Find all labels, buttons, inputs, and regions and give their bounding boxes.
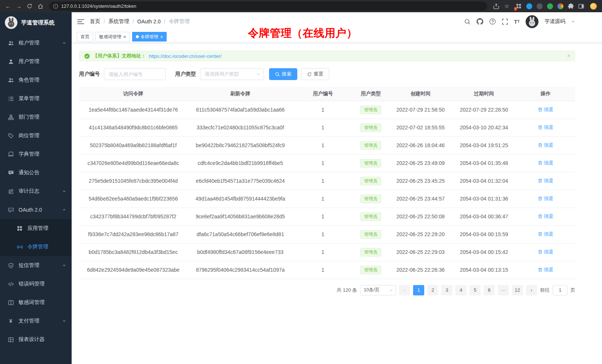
force-logout-button[interactable]: 强退 [538, 106, 553, 113]
force-logout-label: 强退 [544, 231, 553, 238]
user-menu-caret-icon[interactable] [571, 20, 575, 23]
user-type-select[interactable]: 请选择用户类型 [200, 68, 264, 80]
reset-button[interactable]: 重置 [301, 68, 329, 80]
search-icon[interactable] [464, 19, 471, 25]
breadcrumb-item[interactable]: 首页 [90, 18, 100, 25]
action-cell: 强退 [516, 243, 575, 261]
back-icon[interactable]: ← [3, 1, 13, 11]
user-id-label: 用户编号 [79, 71, 100, 77]
alert-link[interactable]: https://doc.iocoder.cn/user-center/ [149, 53, 222, 59]
force-logout-button[interactable]: 强退 [538, 249, 553, 255]
user-avatar[interactable] [526, 15, 539, 28]
sidebar-item-pay[interactable]: ¥支付管理 [0, 312, 72, 330]
extension-icon-2[interactable] [526, 3, 532, 9]
prev-page-button[interactable]: ‹ [399, 285, 410, 295]
help-icon[interactable] [489, 18, 496, 25]
expire-time-cell: 2054-03-04 00:36:47 [452, 208, 516, 225]
sidebar-item-label: 应用管理 [27, 225, 48, 232]
user-type-cell: 管理员 [353, 154, 389, 172]
page-button-12[interactable]: 12 [512, 285, 523, 295]
page-button-6[interactable]: 6 [484, 285, 495, 295]
sidebar-item-role[interactable]: 角色管理 [0, 71, 72, 89]
next-page-button[interactable]: › [526, 285, 537, 295]
tab-close-icon[interactable]: × [123, 34, 126, 39]
bookmark-star-icon[interactable]: ☆ [502, 1, 512, 11]
browser-profile-avatar[interactable] [590, 3, 597, 10]
column-header: 用户编号 [293, 87, 353, 101]
force-logout-button[interactable]: 强退 [538, 160, 553, 166]
sidebar-item-user[interactable]: 用户管理 [0, 52, 72, 71]
page-button-1[interactable]: 1 [413, 285, 424, 295]
tab-label: 敏感词管理 [99, 34, 121, 40]
address-bar[interactable]: 127.0.0.1:1024/system/oauth2/token [49, 1, 487, 11]
goto-label: 前往 [540, 287, 550, 294]
page-button-2[interactable]: 2 [427, 285, 438, 295]
sidebar-item-post[interactable]: 岗位管理 [0, 126, 72, 145]
force-logout-button[interactable]: 强退 [538, 124, 553, 131]
breadcrumb-item[interactable]: 系统管理 [108, 18, 129, 25]
pagination: 共 120 条 10条/页 ‹ 123456···12 › 前往 页 [79, 285, 575, 295]
sidebar-item-sms[interactable]: 短信管理 [0, 256, 72, 275]
sidebar-item-oauth2-application[interactable]: 应用管理 [0, 219, 72, 238]
force-logout-button[interactable]: 强退 [538, 195, 553, 202]
share-icon[interactable] [491, 1, 501, 11]
expire-time-cell: 2022-07-29 22:28:50 [452, 101, 516, 119]
breadcrumb-item[interactable]: OAuth 2.0 [137, 19, 161, 24]
username[interactable]: 芋道源码 [544, 18, 565, 25]
active-tab-dot [136, 35, 139, 38]
force-logout-button[interactable]: 强退 [538, 142, 553, 149]
sidebar-item-oauth2-token[interactable]: 令牌管理 [0, 238, 72, 256]
extensions-puzzle-icon[interactable] [567, 3, 574, 9]
extension-icon-1[interactable]: 0 [516, 3, 522, 9]
home-icon[interactable] [35, 1, 45, 11]
sidebar-item-audit-log[interactable]: 审计日志 [0, 182, 72, 201]
extension-icon-4[interactable] [547, 3, 553, 9]
sidebar-item-error-code[interactable]: 错误码管理 [0, 275, 72, 293]
hamburger-icon[interactable] [77, 19, 84, 24]
page-size-select[interactable]: 10条/页 [360, 285, 396, 295]
user-type-placeholder: 请选择用户类型 [205, 71, 239, 77]
app-title: 芋道管理系统 [21, 19, 55, 26]
goto-page-input[interactable] [553, 285, 567, 295]
sidebar-item-dict[interactable]: 字典管理 [0, 145, 72, 163]
tab-close-icon[interactable]: × [160, 34, 163, 39]
sidebar-item-tenant[interactable]: 租户管理 [0, 34, 72, 52]
tab-label: 令牌管理 [141, 34, 158, 40]
pages-more-button[interactable]: ··· [498, 285, 509, 295]
create-time-cell: 2022-07-29 21:58:50 [389, 101, 452, 119]
sidebar-item-menu[interactable]: 菜单管理 [0, 89, 72, 108]
sidebar-item-notice[interactable]: 通知公告 [0, 163, 72, 182]
access-token-cell: c347026e805e4d99b0d116eae66eda8c [79, 154, 187, 172]
force-logout-label: 强退 [544, 178, 553, 184]
force-logout-button[interactable]: 强退 [538, 213, 553, 220]
tab-token[interactable]: 令牌管理× [132, 32, 167, 42]
access-token-cell: 54d6be82ee5a460a9aedc1f9bf223656 [79, 190, 187, 208]
font-size-icon[interactable]: TT [514, 19, 520, 25]
sidebar-item-oauth2[interactable]: OAuth 2.0 [0, 201, 72, 219]
tab-sensitive-word[interactable]: 敏感词管理× [95, 32, 130, 42]
site-info-icon[interactable] [53, 4, 58, 9]
alert-close-icon[interactable]: × [567, 53, 570, 59]
fullscreen-icon[interactable] [502, 19, 508, 25]
extension-icon-3[interactable] [536, 3, 543, 9]
sidebar-item-dept[interactable]: 部门管理 [0, 108, 72, 126]
force-logout-button[interactable]: 强退 [538, 178, 553, 184]
sidebar-item-sensitive-word[interactable]: 敏感词管理 [0, 293, 72, 312]
goto-suffix: 页 [570, 287, 575, 294]
tab-home[interactable]: 首页 [77, 32, 93, 42]
search-button[interactable]: 搜索 [269, 68, 297, 80]
forward-icon[interactable]: → [14, 1, 24, 11]
page-button-3[interactable]: 3 [441, 285, 452, 295]
force-logout-button[interactable]: 强退 [538, 231, 553, 238]
page-button-4[interactable]: 4 [455, 285, 467, 295]
force-logout-button[interactable]: 强退 [538, 267, 553, 273]
user-id-input[interactable] [104, 68, 166, 80]
app-window: 芋道管理系统 租户管理用户管理角色管理菜单管理部门管理岗位管理字典管理通知公告审… [0, 12, 602, 364]
github-icon[interactable] [477, 18, 483, 25]
sidebar-item-report-designer[interactable]: 报表设计器 [0, 330, 72, 349]
extension-icon-5[interactable] [557, 3, 563, 9]
app-logo[interactable]: 芋道管理系统 [0, 12, 72, 33]
page-button-5[interactable]: 5 [470, 285, 481, 295]
side-panel-icon[interactable] [578, 3, 584, 9]
reload-icon[interactable] [24, 1, 35, 11]
